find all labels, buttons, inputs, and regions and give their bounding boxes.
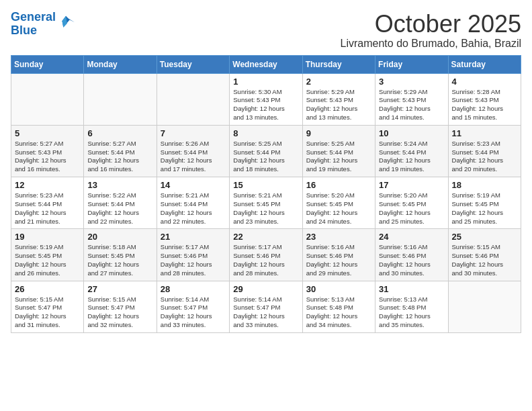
- day-info: Sunrise: 5:15 AM Sunset: 5:47 PM Dayligh…: [15, 295, 80, 330]
- calendar-cell: [11, 73, 84, 125]
- day-number: 7: [161, 128, 226, 138]
- day-info: Sunrise: 5:27 AM Sunset: 5:43 PM Dayligh…: [15, 140, 80, 174]
- day-info: Sunrise: 5:13 AM Sunset: 5:48 PM Dayligh…: [306, 295, 371, 330]
- day-info: Sunrise: 5:16 AM Sunset: 5:46 PM Dayligh…: [306, 243, 371, 277]
- calendar-table: SundayMondayTuesdayWednesdayThursdayFrid…: [11, 55, 521, 333]
- day-info: Sunrise: 5:23 AM Sunset: 5:44 PM Dayligh…: [15, 191, 80, 226]
- calendar-week-row: 1Sunrise: 5:30 AM Sunset: 5:43 PM Daylig…: [11, 73, 521, 125]
- day-number: 4: [452, 77, 517, 87]
- calendar-week-row: 19Sunrise: 5:19 AM Sunset: 5:45 PM Dayli…: [11, 229, 521, 281]
- day-info: Sunrise: 5:28 AM Sunset: 5:43 PM Dayligh…: [452, 88, 517, 122]
- logo: GeneralBlue: [11, 11, 76, 38]
- calendar-cell: 18Sunrise: 5:19 AM Sunset: 5:45 PM Dayli…: [448, 177, 521, 229]
- title-area: October 2025 Livramento do Brumado, Bahi…: [341, 11, 521, 50]
- calendar-cell: 8Sunrise: 5:25 AM Sunset: 5:44 PM Daylig…: [230, 125, 302, 177]
- weekday-header: Tuesday: [157, 55, 229, 73]
- day-number: 22: [233, 232, 298, 242]
- day-number: 14: [161, 180, 226, 190]
- calendar-cell: 31Sunrise: 5:13 AM Sunset: 5:48 PM Dayli…: [375, 281, 448, 332]
- day-number: 13: [87, 180, 152, 190]
- calendar-cell: 20Sunrise: 5:18 AM Sunset: 5:45 PM Dayli…: [84, 229, 157, 281]
- day-info: Sunrise: 5:15 AM Sunset: 5:46 PM Dayligh…: [452, 243, 517, 277]
- day-number: 2: [306, 77, 371, 87]
- calendar-week-row: 5Sunrise: 5:27 AM Sunset: 5:43 PM Daylig…: [11, 125, 521, 177]
- calendar-cell: 15Sunrise: 5:21 AM Sunset: 5:45 PM Dayli…: [230, 177, 302, 229]
- day-info: Sunrise: 5:17 AM Sunset: 5:46 PM Dayligh…: [161, 243, 226, 277]
- day-info: Sunrise: 5:24 AM Sunset: 5:44 PM Dayligh…: [379, 140, 444, 174]
- calendar-cell: 21Sunrise: 5:17 AM Sunset: 5:46 PM Dayli…: [157, 229, 229, 281]
- weekday-header: Sunday: [11, 55, 84, 73]
- day-number: 31: [379, 284, 444, 294]
- calendar-cell: 3Sunrise: 5:29 AM Sunset: 5:43 PM Daylig…: [375, 73, 448, 125]
- day-info: Sunrise: 5:25 AM Sunset: 5:44 PM Dayligh…: [306, 140, 371, 174]
- weekday-header: Monday: [84, 55, 157, 73]
- day-number: 12: [15, 180, 80, 190]
- day-info: Sunrise: 5:29 AM Sunset: 5:43 PM Dayligh…: [306, 88, 371, 122]
- day-number: 9: [306, 128, 371, 138]
- calendar-cell: 11Sunrise: 5:23 AM Sunset: 5:44 PM Dayli…: [448, 125, 521, 177]
- calendar-cell: 28Sunrise: 5:14 AM Sunset: 5:47 PM Dayli…: [157, 281, 229, 332]
- day-info: Sunrise: 5:15 AM Sunset: 5:47 PM Dayligh…: [87, 295, 152, 330]
- calendar-cell: [157, 73, 229, 125]
- logo-text: GeneralBlue: [11, 11, 56, 38]
- calendar-cell: 19Sunrise: 5:19 AM Sunset: 5:45 PM Dayli…: [11, 229, 84, 281]
- day-info: Sunrise: 5:21 AM Sunset: 5:45 PM Dayligh…: [233, 191, 298, 226]
- calendar-cell: 1Sunrise: 5:30 AM Sunset: 5:43 PM Daylig…: [230, 73, 302, 125]
- day-number: 28: [161, 284, 226, 294]
- calendar-cell: 12Sunrise: 5:23 AM Sunset: 5:44 PM Dayli…: [11, 177, 84, 229]
- day-number: 8: [233, 128, 298, 138]
- day-info: Sunrise: 5:20 AM Sunset: 5:45 PM Dayligh…: [306, 191, 371, 226]
- day-info: Sunrise: 5:16 AM Sunset: 5:46 PM Dayligh…: [379, 243, 444, 277]
- calendar-cell: 2Sunrise: 5:29 AM Sunset: 5:43 PM Daylig…: [302, 73, 375, 125]
- day-info: Sunrise: 5:29 AM Sunset: 5:43 PM Dayligh…: [379, 88, 444, 122]
- day-info: Sunrise: 5:19 AM Sunset: 5:45 PM Dayligh…: [15, 243, 80, 277]
- day-number: 29: [233, 284, 298, 294]
- calendar-week-row: 26Sunrise: 5:15 AM Sunset: 5:47 PM Dayli…: [11, 281, 521, 332]
- day-info: Sunrise: 5:22 AM Sunset: 5:44 PM Dayligh…: [87, 191, 152, 226]
- calendar-cell: [84, 73, 157, 125]
- weekday-header: Friday: [375, 55, 448, 73]
- day-info: Sunrise: 5:17 AM Sunset: 5:46 PM Dayligh…: [233, 243, 298, 277]
- day-info: Sunrise: 5:23 AM Sunset: 5:44 PM Dayligh…: [452, 140, 517, 174]
- calendar-cell: 22Sunrise: 5:17 AM Sunset: 5:46 PM Dayli…: [230, 229, 302, 281]
- day-info: Sunrise: 5:20 AM Sunset: 5:45 PM Dayligh…: [379, 191, 444, 226]
- day-info: Sunrise: 5:13 AM Sunset: 5:48 PM Dayligh…: [379, 295, 444, 330]
- calendar-cell: 26Sunrise: 5:15 AM Sunset: 5:47 PM Dayli…: [11, 281, 84, 332]
- day-number: 1: [233, 77, 298, 87]
- day-info: Sunrise: 5:27 AM Sunset: 5:44 PM Dayligh…: [87, 140, 152, 174]
- page-header: GeneralBlue October 2025 Livramento do B…: [11, 11, 521, 50]
- day-info: Sunrise: 5:30 AM Sunset: 5:43 PM Dayligh…: [233, 88, 298, 122]
- calendar-cell: 23Sunrise: 5:16 AM Sunset: 5:46 PM Dayli…: [302, 229, 375, 281]
- day-number: 18: [452, 180, 517, 190]
- weekday-header: Saturday: [448, 55, 521, 73]
- day-number: 26: [15, 284, 80, 294]
- month-title: October 2025: [341, 11, 521, 38]
- day-number: 19: [15, 232, 80, 242]
- day-info: Sunrise: 5:19 AM Sunset: 5:45 PM Dayligh…: [452, 191, 517, 226]
- weekday-header-row: SundayMondayTuesdayWednesdayThursdayFrid…: [11, 55, 521, 73]
- calendar-cell: 10Sunrise: 5:24 AM Sunset: 5:44 PM Dayli…: [375, 125, 448, 177]
- day-number: 25: [452, 232, 517, 242]
- calendar-cell: 30Sunrise: 5:13 AM Sunset: 5:48 PM Dayli…: [302, 281, 375, 332]
- day-number: 11: [452, 128, 517, 138]
- day-info: Sunrise: 5:25 AM Sunset: 5:44 PM Dayligh…: [233, 140, 298, 174]
- location-title: Livramento do Brumado, Bahia, Brazil: [341, 38, 521, 50]
- day-number: 30: [306, 284, 371, 294]
- calendar-cell: 9Sunrise: 5:25 AM Sunset: 5:44 PM Daylig…: [302, 125, 375, 177]
- day-number: 16: [306, 180, 371, 190]
- day-number: 10: [379, 128, 444, 138]
- day-number: 21: [161, 232, 226, 242]
- calendar-cell: 5Sunrise: 5:27 AM Sunset: 5:43 PM Daylig…: [11, 125, 84, 177]
- calendar-cell: 7Sunrise: 5:26 AM Sunset: 5:44 PM Daylig…: [157, 125, 229, 177]
- calendar-cell: 16Sunrise: 5:20 AM Sunset: 5:45 PM Dayli…: [302, 177, 375, 229]
- weekday-header: Wednesday: [230, 55, 302, 73]
- day-number: 5: [15, 128, 80, 138]
- day-number: 27: [87, 284, 152, 294]
- day-info: Sunrise: 5:18 AM Sunset: 5:45 PM Dayligh…: [87, 243, 152, 277]
- calendar-cell: 14Sunrise: 5:21 AM Sunset: 5:44 PM Dayli…: [157, 177, 229, 229]
- calendar-cell: 27Sunrise: 5:15 AM Sunset: 5:47 PM Dayli…: [84, 281, 157, 332]
- calendar-cell: 17Sunrise: 5:20 AM Sunset: 5:45 PM Dayli…: [375, 177, 448, 229]
- calendar-cell: 29Sunrise: 5:14 AM Sunset: 5:47 PM Dayli…: [230, 281, 302, 332]
- calendar-cell: 6Sunrise: 5:27 AM Sunset: 5:44 PM Daylig…: [84, 125, 157, 177]
- calendar-week-row: 12Sunrise: 5:23 AM Sunset: 5:44 PM Dayli…: [11, 177, 521, 229]
